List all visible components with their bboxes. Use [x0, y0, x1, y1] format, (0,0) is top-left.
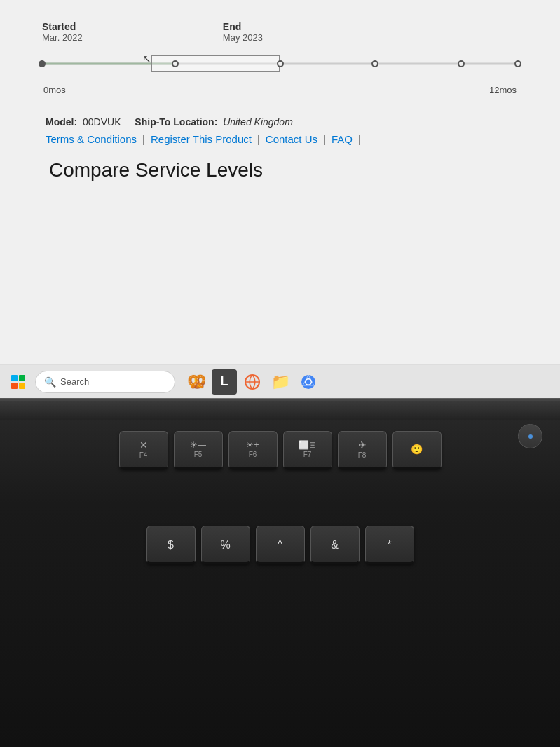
percent-char: %: [220, 539, 230, 551]
windows-start-button[interactable]: [7, 371, 29, 393]
started-label: Started: [42, 21, 83, 32]
search-label: Search: [60, 376, 89, 387]
started-group: Started Mar. 2022: [42, 21, 83, 43]
f5-icon: ☀—: [190, 441, 206, 449]
taskbar-icon-snack[interactable]: 🥨: [184, 369, 209, 395]
dollar-char: $: [168, 539, 174, 551]
key-caret[interactable]: ^: [256, 526, 305, 564]
compare-heading: Compare Service Levels: [46, 159, 514, 181]
f7-label: F7: [303, 451, 312, 458]
svg-point-3: [306, 379, 311, 384]
register-link[interactable]: Register This Product: [151, 133, 252, 145]
dot-2: [277, 60, 284, 67]
model-info: Model: 00DVUK Ship-To Location: United K…: [42, 116, 518, 181]
contact-link[interactable]: Contact Us: [266, 133, 317, 145]
model-label: Model:: [46, 116, 77, 128]
terms-link[interactable]: Terms & Conditions: [46, 133, 137, 145]
key-f8[interactable]: ✈ F8: [338, 431, 387, 470]
dot-1: [172, 60, 179, 67]
sep-4: |: [358, 133, 361, 145]
key-percent[interactable]: %: [201, 526, 250, 564]
key-f4[interactable]: ✕ F4: [119, 431, 168, 470]
f4-label: F4: [139, 451, 148, 459]
power-button[interactable]: [518, 424, 542, 448]
cursor-arrow-icon: ↖: [142, 53, 151, 65]
f6-icon: ☀+: [246, 441, 259, 449]
dot-4: [458, 60, 465, 67]
search-box[interactable]: 🔍 Search: [35, 371, 175, 393]
f6-label: F6: [249, 451, 257, 458]
win-quad-br: [19, 383, 25, 389]
ship-label: Ship-To Location:: [135, 116, 217, 128]
timeline-bottom-labels: 0mos 12mos: [42, 85, 518, 95]
key-dollar[interactable]: $: [146, 526, 196, 564]
f5-label: F5: [194, 451, 203, 458]
end-group: End May 2023: [223, 21, 263, 43]
key-f5[interactable]: ☀— F5: [174, 431, 223, 470]
timeline-section: Started Mar. 2022 End May 2023 ↖: [42, 14, 518, 95]
caret-char: ^: [278, 539, 283, 551]
chrome-icon: [300, 374, 317, 390]
key-f9[interactable]: 🙂: [392, 431, 442, 470]
faq-link[interactable]: FAQ: [332, 133, 353, 145]
taskbar-icon-folder[interactable]: 📁: [268, 369, 293, 395]
keyboard-area: ✕ F4 ☀— F5 ☀+ F6 ⬜⊟ F7 ✈ F8 🙂: [0, 420, 560, 747]
key-asterisk[interactable]: *: [365, 526, 414, 564]
model-text-row: Model: 00DVUK Ship-To Location: United K…: [46, 116, 514, 128]
links-row: Terms & Conditions | Register This Produ…: [46, 133, 514, 145]
taskbar: 🔍 Search 🥨 L 📁: [0, 364, 560, 398]
taskbar-icon-browser[interactable]: [240, 369, 265, 395]
sep-1: |: [142, 133, 145, 145]
asterisk-char: *: [387, 539, 391, 551]
sep-3: |: [323, 133, 326, 145]
selected-range: [151, 55, 280, 72]
sep-2: |: [257, 133, 260, 145]
f8-label: F8: [358, 451, 367, 459]
started-date: Mar. 2022: [42, 32, 83, 43]
power-indicator: [528, 434, 533, 439]
search-icon: 🔍: [44, 376, 56, 388]
model-value: 00DVUK: [83, 116, 121, 128]
win-quad-tl: [11, 375, 18, 381]
windows-logo: [11, 375, 25, 389]
dot-0: [39, 60, 46, 67]
ampersand-char: &: [331, 539, 339, 551]
end-date: May 2023: [223, 32, 263, 43]
taskbar-icons: 🥨 L 📁: [184, 369, 321, 395]
key-f6[interactable]: ☀+ F6: [228, 431, 278, 470]
timeline-label-12mos: 12mos: [489, 85, 517, 95]
laptop-body: ✕ F4 ☀— F5 ☀+ F6 ⬜⊟ F7 ✈ F8 🙂: [0, 399, 560, 747]
f9-icon: 🙂: [411, 444, 423, 454]
hinge-area: [0, 399, 560, 420]
fn-key-row: ✕ F4 ☀— F5 ☀+ F6 ⬜⊟ F7 ✈ F8 🙂: [14, 431, 546, 470]
f7-icon: ⬜⊟: [299, 441, 316, 449]
taskbar-icon-lenovo[interactable]: L: [212, 369, 237, 395]
ship-value: United Kingdom: [223, 116, 293, 128]
timeline-labels-top: Started Mar. 2022 End May 2023: [42, 21, 518, 43]
timeline-label-0mos: 0mos: [43, 85, 66, 95]
globe-icon: [244, 374, 261, 390]
bottom-key-row: $ % ^ & *: [14, 526, 546, 564]
f8-icon: ✈: [358, 440, 367, 450]
timeline-bar[interactable]: ↖: [42, 50, 518, 78]
key-ampersand[interactable]: &: [310, 526, 360, 564]
key-f7[interactable]: ⬜⊟ F7: [283, 431, 332, 470]
win-quad-bl: [11, 383, 18, 389]
taskbar-icon-chrome[interactable]: [296, 369, 321, 395]
dot-5: [514, 60, 521, 67]
end-label: End: [223, 21, 263, 32]
win-quad-tr: [19, 375, 25, 381]
dot-3: [371, 60, 378, 67]
browser-content: Started Mar. 2022 End May 2023 ↖: [0, 0, 560, 364]
f4-icon: ✕: [139, 440, 148, 450]
